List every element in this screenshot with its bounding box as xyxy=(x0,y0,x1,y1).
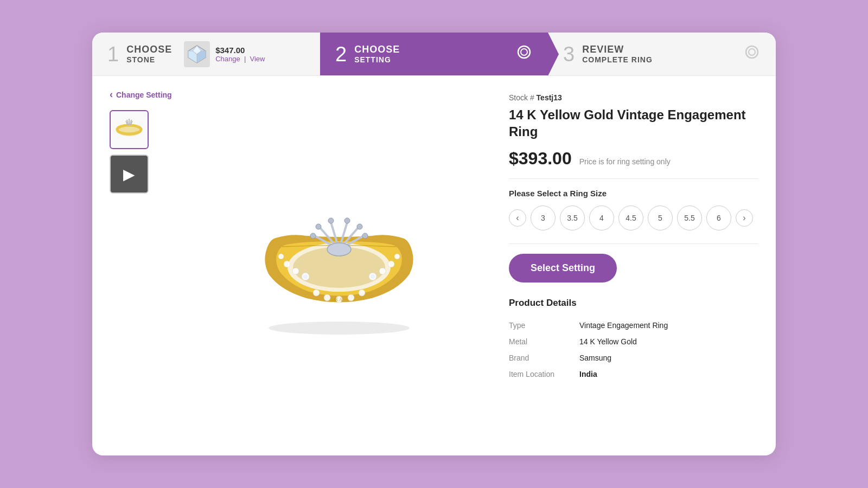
detail-value-metal: 14 K Yellow Gold xyxy=(579,333,758,350)
svg-point-24 xyxy=(371,274,375,279)
svg-point-44 xyxy=(362,233,368,239)
step-3-sublabel: COMPLETE RING xyxy=(582,55,653,64)
product-details-title: Product Details xyxy=(509,298,758,309)
right-panel: Stock # Testj13 14 K Yellow Gold Vintage… xyxy=(509,89,758,382)
step-1-number: 1 xyxy=(107,44,119,65)
detail-value-type: Vintage Engagement Ring xyxy=(579,317,758,333)
step-1-price: $347.00 xyxy=(215,46,265,55)
step-2-sublabel: SETTING xyxy=(354,55,400,64)
step-1: 1 CHOOSE STONE $347.00 Change xyxy=(92,33,320,75)
size-next-arrow[interactable]: › xyxy=(736,209,753,227)
detail-key-type: Type xyxy=(509,317,579,333)
product-details-table: Type Vintage Engagement Ring Metal 14 K … xyxy=(509,317,758,382)
size-btn-4-5[interactable]: 4.5 xyxy=(618,206,643,230)
svg-point-22 xyxy=(278,254,284,259)
svg-point-32 xyxy=(359,290,365,296)
step-2-ring-icon xyxy=(515,43,533,65)
step-1-price-block: $347.00 Change | View xyxy=(215,46,265,63)
step-1-diamond-image xyxy=(184,41,210,67)
svg-point-6 xyxy=(746,46,758,58)
product-price: $393.00 xyxy=(509,149,572,169)
step-2-text: CHOOSE SETTING xyxy=(354,44,400,64)
thumbnail-ring-image[interactable] xyxy=(110,110,149,149)
stock-line: Stock # Testj13 xyxy=(509,93,758,102)
svg-point-20 xyxy=(292,268,299,274)
size-btn-5-5[interactable]: 5.5 xyxy=(677,206,702,230)
size-btn-3-5[interactable]: 3.5 xyxy=(560,206,585,230)
svg-point-40 xyxy=(344,218,350,223)
product-image-area: 14K A xyxy=(187,89,492,382)
step-2-number: 2 xyxy=(335,44,347,65)
ring-svg: 14K A xyxy=(225,133,453,339)
svg-point-19 xyxy=(303,274,308,279)
svg-point-42 xyxy=(357,224,362,229)
view-link[interactable]: View xyxy=(250,55,265,63)
stock-number: Testj13 xyxy=(537,93,562,102)
svg-point-26 xyxy=(388,261,394,267)
step-3: 3 REVIEW COMPLETE RING xyxy=(548,33,776,75)
step-1-sublabel: STONE xyxy=(126,55,172,64)
size-prev-arrow[interactable]: ‹ xyxy=(509,209,526,227)
size-btn-5[interactable]: 5 xyxy=(648,206,673,230)
svg-point-4 xyxy=(518,46,530,58)
svg-point-31 xyxy=(348,294,354,301)
stepper: 1 CHOOSE STONE $347.00 Change xyxy=(92,33,776,76)
step-1-text: CHOOSE STONE xyxy=(126,44,172,64)
detail-row-metal: Metal 14 K Yellow Gold xyxy=(509,333,758,350)
step-3-text: REVIEW COMPLETE RING xyxy=(582,44,653,64)
step-3-label: REVIEW xyxy=(582,44,653,55)
detail-row-type: Type Vintage Engagement Ring xyxy=(509,317,758,333)
detail-key-brand: Brand xyxy=(509,350,579,366)
svg-point-39 xyxy=(328,218,334,223)
svg-point-5 xyxy=(521,49,527,55)
price-row: $393.00 Price is for ring setting only xyxy=(509,149,758,169)
detail-key-location: Item Location xyxy=(509,366,579,382)
detail-value-location: India xyxy=(579,366,758,382)
divider-2 xyxy=(509,243,758,244)
price-note: Price is for ring setting only xyxy=(579,157,671,166)
back-link-label: Change Setting xyxy=(116,91,172,99)
svg-point-29 xyxy=(324,294,330,301)
size-label: Please Select a Ring Size xyxy=(509,189,758,198)
ring-image-container: 14K A xyxy=(225,133,453,339)
size-btn-3[interactable]: 3 xyxy=(531,206,556,230)
detail-row-location: Item Location India xyxy=(509,366,758,382)
select-setting-button[interactable]: Select Setting xyxy=(509,254,617,282)
product-title: 14 K Yellow Gold Vintage Engagement Ring xyxy=(509,106,758,140)
step-2-label: CHOOSE xyxy=(354,44,400,55)
play-icon: ▶ xyxy=(123,165,135,183)
svg-point-28 xyxy=(313,290,320,296)
step-2: 2 CHOOSE SETTING xyxy=(320,33,548,75)
step-3-ring-icon xyxy=(743,43,761,65)
detail-row-brand: Brand Samsung xyxy=(509,350,758,366)
svg-point-41 xyxy=(316,224,321,229)
thumbnail-video[interactable]: ▶ xyxy=(110,155,149,194)
svg-point-43 xyxy=(310,233,316,239)
step-1-links: Change | View xyxy=(215,55,265,63)
step-1-info: $347.00 Change | View xyxy=(184,41,265,67)
detail-key-metal: Metal xyxy=(509,333,579,350)
step-3-number: 3 xyxy=(563,44,575,65)
svg-point-45 xyxy=(327,243,351,256)
main-card: 1 CHOOSE STONE $347.00 Change xyxy=(92,33,776,455)
divider-1 xyxy=(509,178,758,179)
main-content: ‹ Change Setting ▶ xyxy=(92,76,776,395)
back-chevron-icon: ‹ xyxy=(110,89,113,100)
size-row: ‹ 3 3.5 4 4.5 5 5.5 6 › xyxy=(509,206,758,230)
svg-text:14K A: 14K A xyxy=(331,297,342,302)
svg-point-27 xyxy=(394,254,400,259)
svg-point-21 xyxy=(284,261,290,267)
size-btn-6[interactable]: 6 xyxy=(706,206,731,230)
svg-point-15 xyxy=(269,322,410,335)
svg-point-7 xyxy=(749,49,755,55)
step-1-label: CHOOSE xyxy=(126,44,172,55)
size-btn-4[interactable]: 4 xyxy=(589,206,614,230)
detail-value-brand: Samsung xyxy=(579,350,758,366)
change-link[interactable]: Change xyxy=(215,55,240,63)
stock-label: Stock # xyxy=(509,93,534,102)
svg-point-25 xyxy=(379,268,386,274)
